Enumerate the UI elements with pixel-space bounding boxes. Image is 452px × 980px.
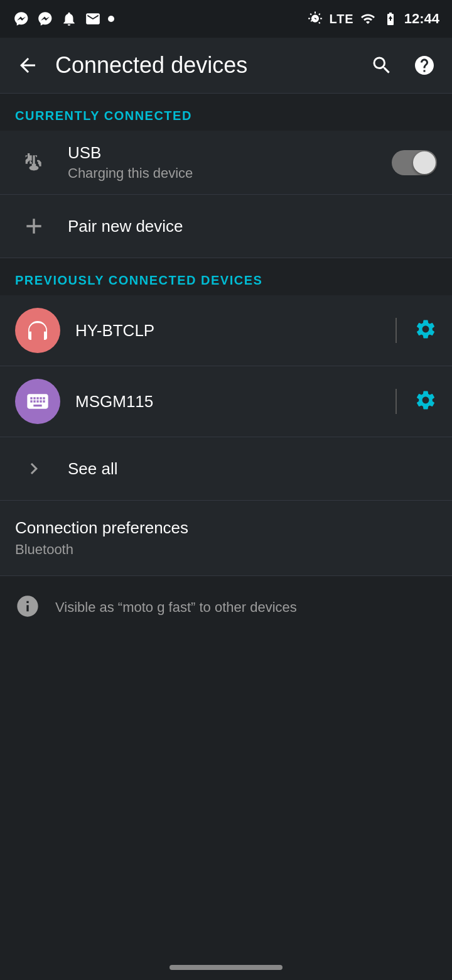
device-msgm115[interactable]: MSGM115	[0, 366, 452, 437]
lte-label: LTE	[329, 12, 353, 26]
hy-btclp-action	[388, 318, 437, 343]
email-icon	[84, 10, 102, 28]
signal-icon	[359, 10, 377, 28]
pair-new-device-content: Pair new device	[68, 217, 437, 236]
battery-icon	[382, 10, 399, 28]
messenger2-icon	[36, 10, 54, 28]
app-bar-actions	[367, 50, 439, 80]
usb-icon	[15, 144, 53, 182]
previously-connected-header: PREVIOUSLY CONNECTED DEVICES	[0, 258, 452, 295]
device-hy-btclp[interactable]: HY-BTCLP	[0, 295, 452, 366]
toggle-thumb	[413, 151, 436, 174]
help-button[interactable]	[409, 50, 439, 80]
usb-toggle-container	[392, 150, 437, 175]
back-button[interactable]	[13, 50, 43, 80]
alarm-icon	[60, 10, 78, 28]
hy-btclp-content: HY-BTCLP	[75, 321, 388, 340]
msgm115-name: MSGM115	[75, 392, 388, 411]
usb-subtitle: Charging this device	[68, 165, 392, 182]
see-all-title: See all	[68, 459, 437, 479]
time-display: 12:44	[404, 11, 439, 27]
usb-toggle[interactable]	[392, 150, 437, 175]
hy-btclp-avatar	[15, 308, 60, 353]
msgm115-v-divider	[396, 389, 397, 414]
usb-title: USB	[68, 143, 392, 163]
connection-preferences-title: Connection preferences	[15, 518, 437, 538]
hy-btclp-settings-button[interactable]	[414, 318, 437, 343]
clock-icon	[306, 10, 324, 28]
status-bar-left	[13, 10, 114, 28]
connection-preferences-item[interactable]: Connection preferences Bluetooth	[0, 501, 452, 575]
pair-new-device-title: Pair new device	[68, 217, 437, 236]
search-button[interactable]	[367, 50, 397, 80]
pair-new-device-item[interactable]: Pair new device	[0, 195, 452, 258]
status-bar-right: LTE 12:44	[306, 10, 439, 28]
see-all-content: See all	[68, 459, 437, 479]
page-title: Connected devices	[55, 52, 354, 79]
msgm115-content: MSGM115	[75, 392, 388, 411]
usb-content: USB Charging this device	[68, 143, 392, 182]
visibility-text: Visible as “moto g fast” to other device…	[55, 599, 297, 616]
hy-btclp-v-divider	[396, 318, 397, 343]
msgm115-action	[388, 389, 437, 414]
usb-item[interactable]: USB Charging this device	[0, 131, 452, 194]
messenger-icon	[13, 10, 30, 28]
see-all-item[interactable]: See all	[0, 437, 452, 500]
msgm115-avatar	[15, 379, 60, 424]
info-icon	[15, 594, 40, 621]
app-bar: Connected devices	[0, 38, 452, 93]
status-bar: LTE 12:44	[0, 0, 452, 38]
hy-btclp-name: HY-BTCLP	[75, 321, 388, 340]
visibility-row: Visible as “moto g fast” to other device…	[0, 576, 452, 639]
add-icon	[15, 207, 53, 245]
home-indicator	[170, 965, 282, 970]
connection-preferences-subtitle: Bluetooth	[15, 542, 437, 558]
notification-dot	[108, 16, 114, 22]
msgm115-settings-button[interactable]	[414, 389, 437, 414]
currently-connected-header: CURRENTLY CONNECTED	[0, 94, 452, 131]
chevron-right-icon	[15, 450, 53, 487]
